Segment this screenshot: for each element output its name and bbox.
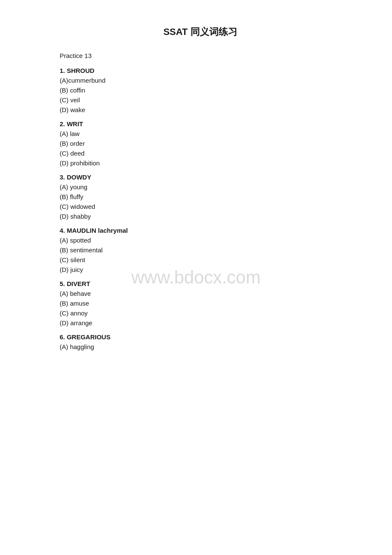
option-4-C: (C) silent [60, 256, 341, 263]
question-block-3: 3. DOWDY(A) young(B) fluffy(C) widowed(D… [60, 173, 341, 220]
option-6-A: (A) haggling [60, 343, 341, 350]
questions-container: 1. SHROUD(A)cummerbund(B) coffin(C) veil… [60, 67, 341, 350]
option-1-A: (A)cummerbund [60, 77, 341, 84]
question-block-6: 6. GREGARIOUS(A) haggling [60, 333, 341, 350]
question-title-2: 2. WRIT [60, 120, 341, 127]
question-block-1: 1. SHROUD(A)cummerbund(B) coffin(C) veil… [60, 67, 341, 113]
option-2-C: (C) deed [60, 150, 341, 157]
question-title-5: 5. DIVERT [60, 280, 341, 287]
option-2-D: (D) prohibition [60, 159, 341, 167]
question-title-4: 4. MAUDLIN lachrymal [60, 227, 341, 234]
option-4-D: (D) juicy [60, 266, 341, 273]
question-title-3: 3. DOWDY [60, 173, 341, 181]
option-1-B: (B) coffin [60, 87, 341, 94]
option-5-C: (C) annoy [60, 309, 341, 317]
question-title-6: 6. GREGARIOUS [60, 333, 341, 341]
page-title: SSAT 同义词练习 [60, 26, 341, 38]
option-5-A: (A) behave [60, 290, 341, 297]
option-4-B: (B) sentimental [60, 246, 341, 254]
question-block-4: 4. MAUDLIN lachrymal(A) spotted(B) senti… [60, 227, 341, 273]
practice-label: Practice 13 [60, 52, 341, 59]
option-5-B: (B) amuse [60, 300, 341, 307]
option-3-B: (B) fluffy [60, 193, 341, 200]
option-2-A: (A) law [60, 130, 341, 137]
option-3-A: (A) young [60, 183, 341, 191]
question-block-5: 5. DIVERT(A) behave(B) amuse(C) annoy(D)… [60, 280, 341, 327]
option-2-B: (B) order [60, 140, 341, 147]
option-1-C: (C) veil [60, 96, 341, 104]
question-title-1: 1. SHROUD [60, 67, 341, 74]
question-block-2: 2. WRIT(A) law(B) order(C) deed(D) prohi… [60, 120, 341, 167]
option-3-C: (C) widowed [60, 203, 341, 210]
option-5-D: (D) arrange [60, 319, 341, 327]
option-1-D: (D) wake [60, 106, 341, 113]
option-3-D: (D) shabby [60, 213, 341, 220]
option-4-A: (A) spotted [60, 237, 341, 244]
